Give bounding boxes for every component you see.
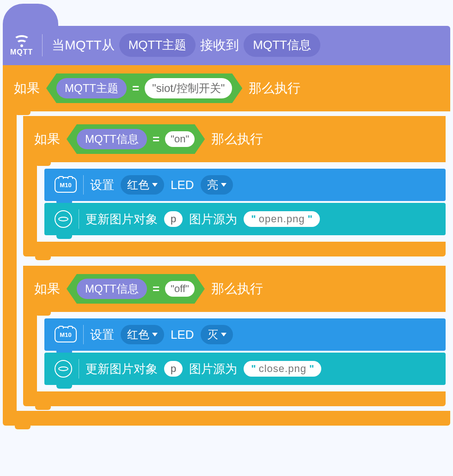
set-led-on[interactable]: M10 设置 红色 LED 亮 bbox=[44, 169, 446, 201]
reporter-mqtt-msg[interactable]: MQTT信息 bbox=[77, 279, 147, 299]
if-header-on: 如果 MQTT信息 = "on" 那么执行 bbox=[23, 116, 446, 162]
hat-text-prefix: 当MQTT从 bbox=[52, 37, 114, 54]
update-icon bbox=[55, 210, 72, 228]
hat-cap bbox=[3, 4, 58, 26]
if-header: 如果 MQTT主题 = "siot/控制开关" 那么执行 bbox=[3, 65, 450, 111]
dropdown-color[interactable]: 红色 bbox=[121, 175, 164, 195]
update-image-off[interactable]: 更新图片对象 p 图片源为 "close.png" bbox=[44, 353, 446, 385]
op-equals: = bbox=[132, 81, 139, 96]
equals-condition[interactable]: MQTT主题 = "siot/控制开关" bbox=[46, 73, 242, 103]
update-image-on[interactable]: 更新图片对象 p 图片源为 "open.png" bbox=[44, 203, 446, 235]
image-target[interactable]: p bbox=[164, 211, 183, 227]
hat-body: MQTT 当MQTT从 MQTT主题 接收到 MQTT信息 bbox=[3, 26, 450, 65]
kw-then: 那么执行 bbox=[211, 280, 263, 298]
op-equals: = bbox=[153, 282, 159, 296]
chevron-down-icon bbox=[152, 183, 158, 187]
equals-condition-off[interactable]: MQTT信息 = "off" bbox=[67, 274, 205, 304]
label-led: LED bbox=[171, 328, 194, 342]
hat-topic-slot[interactable]: MQTT主题 bbox=[119, 33, 196, 57]
kw-then: 那么执行 bbox=[249, 79, 300, 97]
update-icon bbox=[55, 360, 72, 378]
image-path[interactable]: "close.png" bbox=[244, 361, 321, 377]
divider bbox=[79, 209, 79, 229]
m10-icon: M10 bbox=[55, 327, 77, 342]
image-target[interactable]: p bbox=[164, 361, 183, 377]
kw-then: 那么执行 bbox=[211, 130, 263, 148]
kw-if: 如果 bbox=[14, 79, 40, 97]
reporter-mqtt-topic[interactable]: MQTT主题 bbox=[56, 78, 127, 98]
op-equals: = bbox=[153, 132, 159, 146]
c-arm bbox=[23, 312, 37, 391]
dropdown-color[interactable]: 红色 bbox=[121, 325, 164, 344]
label-source: 图片源为 bbox=[189, 361, 237, 377]
c-bottom bbox=[23, 242, 446, 256]
label-update: 更新图片对象 bbox=[86, 361, 158, 377]
mqtt-icon-label: MQTT bbox=[10, 48, 33, 56]
if-block-topic[interactable]: 如果 MQTT主题 = "siot/控制开关" 那么执行 如果 MQTT信息 = bbox=[3, 65, 450, 426]
chevron-down-icon bbox=[221, 183, 226, 187]
c-arm bbox=[3, 111, 17, 411]
chevron-down-icon bbox=[221, 333, 226, 336]
kw-if: 如果 bbox=[34, 280, 60, 298]
mqtt-icon: MQTT bbox=[10, 34, 33, 56]
equals-condition-on[interactable]: MQTT信息 = "on" bbox=[67, 124, 205, 154]
literal-off[interactable]: "off" bbox=[165, 281, 195, 297]
hat-block[interactable]: MQTT 当MQTT从 MQTT主题 接收到 MQTT信息 bbox=[3, 4, 450, 65]
script-stack: MQTT 当MQTT从 MQTT主题 接收到 MQTT信息 如果 MQTT主题 … bbox=[3, 4, 450, 426]
literal-on[interactable]: "on" bbox=[165, 131, 195, 147]
c-bottom-outer bbox=[3, 411, 450, 426]
literal-topic[interactable]: "siot/控制开关" bbox=[145, 78, 232, 98]
divider bbox=[83, 175, 84, 195]
c-bottom bbox=[23, 391, 446, 406]
dropdown-state[interactable]: 灭 bbox=[201, 325, 233, 344]
m10-icon: M10 bbox=[55, 177, 77, 193]
chevron-down-icon bbox=[152, 333, 158, 336]
label-set: 设置 bbox=[90, 327, 114, 343]
if-header-off: 如果 MQTT信息 = "off" 那么执行 bbox=[23, 266, 446, 312]
if-block-off[interactable]: 如果 MQTT信息 = "off" 那么执行 M10 bbox=[23, 266, 446, 406]
label-led: LED bbox=[171, 178, 194, 192]
reporter-mqtt-msg[interactable]: MQTT信息 bbox=[77, 129, 147, 149]
if-block-on[interactable]: 如果 MQTT信息 = "on" 那么执行 M10 bbox=[23, 116, 446, 256]
hat-text-middle: 接收到 bbox=[200, 37, 239, 54]
label-update: 更新图片对象 bbox=[86, 211, 158, 227]
dropdown-state[interactable]: 亮 bbox=[201, 175, 233, 195]
label-source: 图片源为 bbox=[189, 211, 237, 227]
label-set: 设置 bbox=[90, 177, 114, 193]
image-path[interactable]: "open.png" bbox=[244, 211, 320, 227]
divider bbox=[79, 359, 79, 378]
set-led-off[interactable]: M10 设置 红色 LED 灭 bbox=[44, 318, 446, 351]
kw-if: 如果 bbox=[34, 130, 60, 148]
divider bbox=[42, 34, 43, 56]
hat-message-slot[interactable]: MQTT信息 bbox=[244, 33, 320, 57]
divider bbox=[83, 325, 84, 344]
c-arm bbox=[23, 162, 37, 242]
